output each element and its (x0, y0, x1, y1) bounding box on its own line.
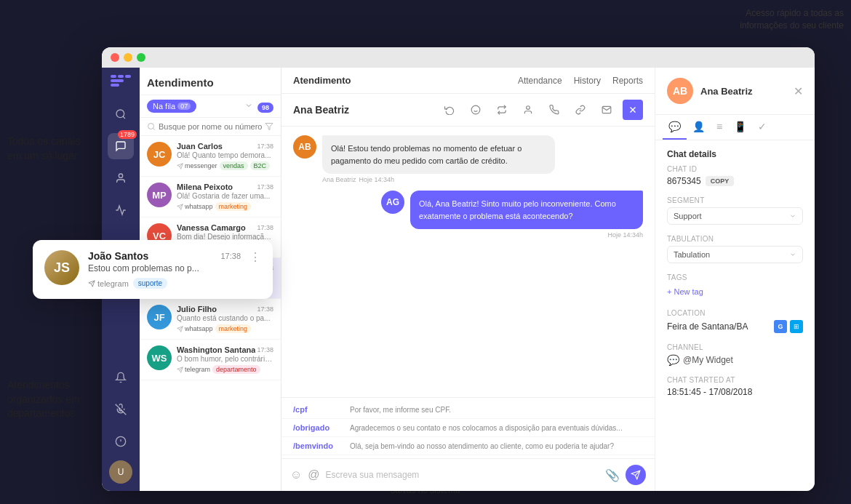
annotation-left-top: Todos os canaisem um só lugar (7, 135, 80, 163)
rp-tab-history[interactable]: ≡ (711, 115, 728, 140)
emoji-picker-icon[interactable]: ☺ (290, 468, 302, 481)
conv-time: 17:38 (257, 224, 273, 231)
svg-point-5 (116, 110, 124, 118)
nav-attendance[interactable]: Attendance (518, 76, 562, 86)
conv-filter-icon[interactable] (265, 122, 273, 131)
send-button[interactable] (626, 465, 646, 485)
google-maps-icon[interactable]: G (774, 320, 787, 333)
add-tag-label: + New tag (667, 287, 703, 296)
sidebar-contacts-icon[interactable] (108, 165, 134, 191)
chat-user-icon[interactable] (518, 100, 538, 120)
maximize-dot[interactable] (137, 53, 145, 62)
copy-button[interactable]: COPY (706, 176, 735, 186)
conv-filter-dropdown[interactable] (244, 100, 253, 113)
chat-phone-icon[interactable] (544, 100, 564, 120)
msg-bubble: Olá! Estou tendo problemas no momento de… (322, 135, 555, 174)
segment-select[interactable]: Support (667, 207, 803, 225)
chat-email-icon[interactable] (596, 100, 617, 120)
notif-channel: telegram (88, 279, 129, 288)
notif-more-button[interactable]: ⋮ (249, 250, 261, 264)
notif-tag: suporte (133, 278, 167, 289)
conv-tag: B2C (250, 161, 271, 170)
attachment-icon[interactable]: 📎 (605, 468, 620, 482)
segment-chevron (789, 212, 796, 220)
conversation-list: JC Juan Carlos 17:38 Olá! Quanto tempo d… (140, 136, 281, 491)
msg-avatar: AG (381, 191, 404, 214)
chat-transfer-icon[interactable] (492, 100, 512, 120)
rp-tab-check[interactable]: ✓ (752, 115, 772, 140)
conv-info: Julio Filho 17:38 Quanto está custando o… (177, 305, 273, 333)
tabulation-select[interactable]: Tabulation (667, 246, 803, 263)
list-item[interactable]: JF Julio Filho 17:38 Quanto está custand… (140, 299, 281, 340)
conv-channel: whatsapp (177, 324, 213, 333)
list-item[interactable]: MP Milena Peixoto 17:38 Olá! Gostaria de… (140, 177, 281, 217)
tabulation-chevron (789, 251, 796, 258)
minimize-dot[interactable] (124, 53, 132, 62)
rp-tab-chat[interactable]: 💬 (663, 115, 687, 140)
list-item[interactable]: WS Washington Santana 17:38 O bom humor,… (140, 340, 281, 380)
contact-name: Ana Beatriz (700, 86, 786, 97)
qr-command: /bemvindo (293, 441, 344, 450)
at-mention-icon[interactable]: @ (308, 468, 319, 481)
nav-reports[interactable]: Reports (612, 76, 643, 86)
queue-count: 98 (257, 103, 273, 113)
channel-label: Channel (667, 343, 803, 351)
chat-message-input[interactable] (326, 470, 599, 480)
conv-panel-title: Atendimento (140, 68, 281, 95)
panel-close-button[interactable]: ✕ (794, 84, 803, 98)
rp-tab-contact[interactable]: 👤 (687, 115, 711, 140)
annotation-left-bottom: Atendimentosorganizados emdepartamentos (7, 378, 80, 421)
sidebar-user-avatar[interactable]: U (109, 460, 132, 484)
close-dot[interactable] (111, 53, 119, 62)
chat-contact-name: Ana Beatriz (293, 104, 349, 116)
list-item[interactable]: /bemvindo Olá, seja bem-vindo ao nosso a… (281, 437, 655, 455)
conv-name: Juan Carlos (177, 142, 223, 151)
tabulation-label: Tabulation (667, 235, 803, 243)
sidebar-bell-icon[interactable] (108, 364, 134, 391)
msg-bubble: Olá, Ana Beatriz! Sinto muito pelo incon… (410, 191, 643, 229)
channel-row: 💬 @My Widget (667, 354, 803, 366)
segment-field: Segment Support (667, 196, 803, 225)
qr-command: /obrigado (293, 423, 344, 432)
right-panel-header: AB Ana Beatriz ✕ (655, 68, 815, 115)
conv-time: 17:38 (257, 305, 273, 313)
chat-header-title: Atendimento (293, 75, 351, 86)
chat-badge: 1789 (118, 130, 137, 139)
windows-icon[interactable]: ⊞ (790, 320, 803, 333)
msg-avatar: AB (293, 135, 316, 159)
conv-time: 17:38 (257, 143, 273, 150)
conv-channel: telegram (177, 365, 210, 374)
chat-refresh-icon[interactable] (439, 100, 460, 120)
chat-close-icon[interactable] (623, 100, 643, 120)
list-item[interactable]: JC Juan Carlos 17:38 Olá! Quanto tempo d… (140, 136, 281, 177)
conv-search-bar (140, 118, 281, 136)
conv-search-input[interactable] (159, 122, 262, 131)
qr-command: /cpf (293, 405, 344, 414)
sidebar-info-icon[interactable] (108, 428, 134, 455)
right-panel-tabs: 💬 👤 ≡ 📱 ✓ (655, 115, 815, 140)
list-item[interactable]: /obrigado Agradecemos o seu contato e no… (281, 419, 655, 437)
chat-emoji-icon[interactable] (466, 100, 486, 120)
tags-field: Tags + New tag (667, 273, 803, 299)
conv-avatar: WS (147, 345, 172, 370)
msg-content: Olá, Ana Beatriz! Sinto muito pelo incon… (410, 191, 643, 239)
msg-time: Hoje 14:34h (359, 176, 395, 183)
location-icons: G ⊞ (774, 320, 803, 333)
right-panel-content: Chat details Chat ID 8675345 COPY Segmen… (655, 140, 815, 491)
conv-tag: marketing (215, 202, 252, 211)
nav-history[interactable]: History (574, 76, 601, 86)
add-tag-button[interactable]: + New tag (667, 284, 803, 299)
tab-na-fila[interactable]: Na fila 07 (147, 100, 196, 113)
sidebar-mute-icon[interactable] (108, 396, 134, 423)
channel-icon: 💬 (667, 354, 679, 366)
msg-meta: Hoje 14:34h (410, 231, 643, 239)
chat-link-icon[interactable] (570, 100, 591, 120)
rp-tab-whatsapp[interactable]: 📱 (728, 115, 752, 140)
list-item[interactable]: /cpf Por favor, me informe seu CPF. (281, 401, 655, 419)
sidebar-reports-icon[interactable] (108, 197, 134, 223)
msg-sender: Ana Beatriz (322, 176, 356, 183)
conv-preview: Olá! Gostaria de fazer uma... (177, 192, 273, 200)
sidebar-search-icon[interactable] (108, 101, 134, 127)
chat-id-value: 8675345 (667, 176, 701, 186)
sidebar-chat-icon[interactable]: 1789 (108, 133, 134, 159)
